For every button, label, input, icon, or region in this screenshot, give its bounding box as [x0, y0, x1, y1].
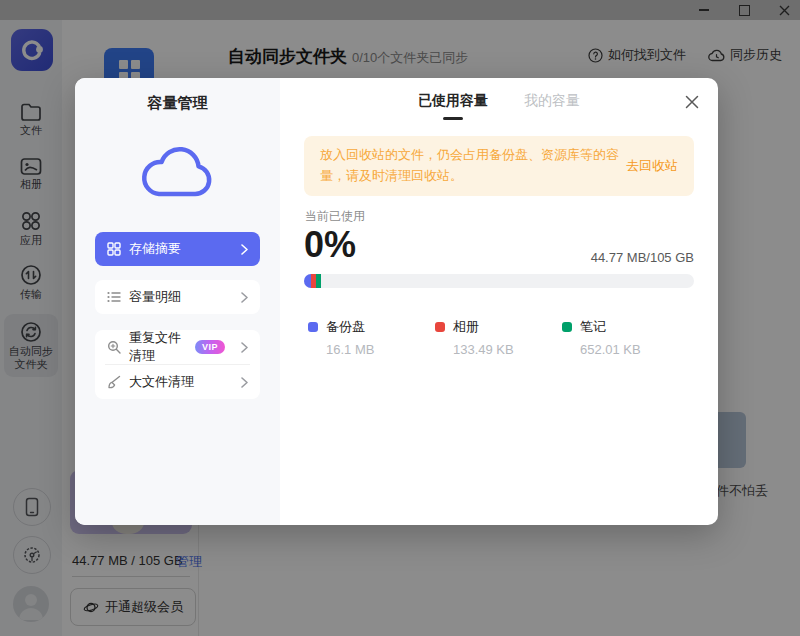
- nav-label: 存储摘要: [129, 240, 181, 258]
- app-window: 文件 相册 应用 传输 自动同步文件夹: [0, 0, 800, 636]
- capacity-tabs: 已使用容量 我的容量: [280, 92, 718, 120]
- nav-capacity-detail[interactable]: 容量明细: [95, 280, 260, 314]
- recycle-bin-notice: 放入回收站的文件，仍会占用备份盘、资源库等的容量，请及时清理回收站。 去回收站: [304, 136, 694, 196]
- duplicate-search-icon: [107, 340, 121, 354]
- legend-item-albums: 相册 133.49 KB: [435, 318, 562, 357]
- modal-left-panel: 容量管理 存储摘要 容量明细: [75, 78, 280, 525]
- chevron-right-icon: [241, 342, 248, 353]
- legend-swatch: [308, 322, 318, 332]
- usage-ratio: 44.77 MB/105 GB: [591, 250, 694, 265]
- legend-value: 133.49 KB: [453, 342, 562, 357]
- clean-broom-icon: [107, 375, 121, 389]
- legend-name: 笔记: [580, 318, 606, 336]
- bar-segment-backup: [304, 274, 311, 288]
- modal-right-panel: 已使用容量 我的容量 放入回收站的文件，仍会占用备份盘、资源库等的容量，请及时清…: [280, 78, 718, 525]
- bar-segment-notes: [316, 274, 321, 288]
- usage-percent: 0%: [304, 224, 356, 266]
- legend-swatch: [562, 322, 572, 332]
- nav-label: 容量明细: [129, 288, 181, 306]
- list-icon: [107, 291, 121, 303]
- chevron-right-icon: [241, 292, 248, 303]
- modal-title: 容量管理: [75, 94, 280, 113]
- grid-icon: [107, 242, 121, 256]
- nav-label: 大文件清理: [129, 373, 194, 391]
- cloud-illustration-icon: [139, 142, 217, 204]
- notice-text: 放入回收站的文件，仍会占用备份盘、资源库等的容量，请及时清理回收站。: [320, 145, 626, 187]
- nav-label: 重复文件清理: [129, 329, 187, 365]
- nav-large-file-cleanup[interactable]: 大文件清理: [95, 365, 260, 399]
- chevron-right-icon: [241, 377, 248, 388]
- vip-badge: VIP: [195, 340, 225, 354]
- legend-item-notes: 笔记 652.01 KB: [562, 318, 689, 357]
- legend-name: 相册: [453, 318, 479, 336]
- capacity-management-modal: 容量管理 存储摘要 容量明细: [75, 78, 718, 525]
- legend-name: 备份盘: [326, 318, 365, 336]
- nav-duplicate-cleanup[interactable]: 重复文件清理 VIP: [95, 330, 260, 364]
- legend-value: 16.1 MB: [326, 342, 435, 357]
- cleanup-tools-card: 重复文件清理 VIP 大文件清理: [95, 330, 260, 399]
- usage-legend: 备份盘 16.1 MB 相册 133.49 KB 笔记 652.01 KB: [308, 318, 689, 357]
- tab-used-capacity[interactable]: 已使用容量: [418, 92, 488, 120]
- legend-value: 652.01 KB: [580, 342, 689, 357]
- go-to-recycle-bin-link[interactable]: 去回收站: [626, 157, 678, 175]
- usage-progress-bar: [304, 274, 694, 288]
- usage-label: 当前已使用: [305, 208, 365, 225]
- legend-item-backup: 备份盘 16.1 MB: [308, 318, 435, 357]
- legend-swatch: [435, 322, 445, 332]
- nav-storage-summary[interactable]: 存储摘要: [95, 232, 260, 266]
- chevron-right-icon: [241, 244, 248, 255]
- tab-my-capacity[interactable]: 我的容量: [524, 92, 580, 120]
